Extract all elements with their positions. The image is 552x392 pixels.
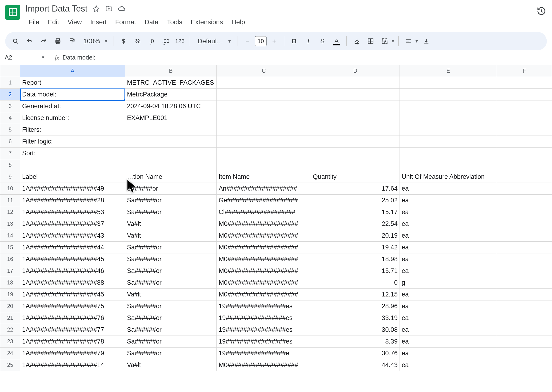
- row-header-11[interactable]: 11: [0, 195, 20, 206]
- more-formats-button[interactable]: 123: [173, 35, 186, 48]
- cell-A3[interactable]: Generated at:: [20, 100, 125, 112]
- cell-A4[interactable]: License number:: [20, 112, 125, 124]
- cell-A11[interactable]: 1A###################28: [20, 195, 125, 206]
- cell-F25[interactable]: [497, 359, 552, 371]
- cell-C10[interactable]: An####################: [217, 183, 311, 195]
- cell-B23[interactable]: Sa######or: [125, 336, 217, 348]
- cell-A12[interactable]: 1A###################53: [20, 206, 125, 218]
- row-header-12[interactable]: 12: [0, 206, 20, 218]
- star-icon[interactable]: [92, 5, 100, 13]
- row-header-17[interactable]: 17: [0, 265, 20, 277]
- cell-D14[interactable]: 20.19: [311, 230, 399, 242]
- cell-B8[interactable]: [125, 159, 217, 171]
- row-header-8[interactable]: 8: [0, 159, 20, 171]
- cell-F20[interactable]: [497, 301, 552, 312]
- column-header-A[interactable]: A: [20, 65, 125, 77]
- document-title[interactable]: Import Data Test: [25, 4, 87, 14]
- row-header-22[interactable]: 22: [0, 324, 20, 336]
- row-header-25[interactable]: 25: [0, 359, 20, 371]
- cell-D13[interactable]: 22.54: [311, 218, 399, 230]
- selection-handle[interactable]: [124, 99, 125, 100]
- column-header-E[interactable]: E: [399, 65, 497, 77]
- cell-E8[interactable]: [399, 159, 497, 171]
- cell-E18[interactable]: g: [399, 277, 497, 289]
- cell-F10[interactable]: [497, 183, 552, 195]
- cell-C21[interactable]: 19#################es: [217, 312, 311, 324]
- cell-D4[interactable]: [311, 112, 399, 124]
- row-header-1[interactable]: 1: [0, 77, 20, 89]
- cell-C15[interactable]: M0####################: [217, 242, 311, 253]
- cell-F21[interactable]: [497, 312, 552, 324]
- row-header-14[interactable]: 14: [0, 230, 20, 242]
- cell-F18[interactable]: [497, 277, 552, 289]
- cell-C6[interactable]: [217, 136, 311, 147]
- merge-cells-button[interactable]: [378, 35, 391, 48]
- row-header-13[interactable]: 13: [0, 218, 20, 230]
- cell-B22[interactable]: Sa######or: [125, 324, 217, 336]
- cell-F8[interactable]: [497, 159, 552, 171]
- cell-C20[interactable]: 19#################es: [217, 301, 311, 312]
- move-folder-icon[interactable]: [105, 5, 113, 13]
- cell-F16[interactable]: [497, 253, 552, 265]
- cell-E24[interactable]: ea: [399, 348, 497, 359]
- menu-format[interactable]: Format: [112, 17, 140, 27]
- cell-E19[interactable]: ea: [399, 289, 497, 301]
- cell-F15[interactable]: [497, 242, 552, 253]
- undo-icon[interactable]: [23, 35, 36, 48]
- cell-A18[interactable]: 1A###################88: [20, 277, 125, 289]
- column-header-C[interactable]: C: [217, 65, 311, 77]
- cell-C23[interactable]: 19#################es: [217, 336, 311, 348]
- cell-D9[interactable]: Quantity: [311, 171, 399, 183]
- row-header-4[interactable]: 4: [0, 112, 20, 124]
- cell-E20[interactable]: ea: [399, 301, 497, 312]
- cell-F3[interactable]: [497, 100, 552, 112]
- cell-B11[interactable]: Sa######or: [125, 195, 217, 206]
- cell-E6[interactable]: [399, 136, 497, 147]
- cell-E10[interactable]: ea: [399, 183, 497, 195]
- cell-F24[interactable]: [497, 348, 552, 359]
- cell-B18[interactable]: Sa######or: [125, 277, 217, 289]
- row-header-3[interactable]: 3: [0, 100, 20, 112]
- cell-F19[interactable]: [497, 289, 552, 301]
- select-all-corner[interactable]: [0, 65, 20, 77]
- cell-F11[interactable]: [497, 195, 552, 206]
- font-size-input[interactable]: 10: [255, 36, 267, 46]
- font-family-select[interactable]: Defaul… ▼: [193, 37, 234, 45]
- row-header-21[interactable]: 21: [0, 312, 20, 324]
- cell-E2[interactable]: [399, 89, 497, 100]
- menu-extensions[interactable]: Extensions: [188, 17, 226, 27]
- cell-D11[interactable]: 25.02: [311, 195, 399, 206]
- chevron-down-icon[interactable]: ▼: [391, 39, 395, 44]
- row-header-19[interactable]: 19: [0, 289, 20, 301]
- cell-B5[interactable]: [125, 124, 217, 136]
- cell-A1[interactable]: Report:: [20, 77, 125, 89]
- row-header-6[interactable]: 6: [0, 136, 20, 147]
- cell-F9[interactable]: [497, 171, 552, 183]
- cell-F23[interactable]: [497, 336, 552, 348]
- grid[interactable]: ABCDEF 1Report:METRC_ACTIVE_PACKAGES2Dat…: [0, 65, 552, 371]
- cell-B25[interactable]: Va#lt: [125, 359, 217, 371]
- zoom-select[interactable]: 100% ▼: [79, 37, 110, 45]
- increase-font-button[interactable]: +: [267, 35, 281, 48]
- cell-E23[interactable]: ea: [399, 336, 497, 348]
- cell-A6[interactable]: Filter logic:: [20, 136, 125, 147]
- cell-F5[interactable]: [497, 124, 552, 136]
- cell-E21[interactable]: ea: [399, 312, 497, 324]
- cell-F1[interactable]: [497, 77, 552, 89]
- cell-E15[interactable]: ea: [399, 242, 497, 253]
- cell-A19[interactable]: 1A###################45: [20, 289, 125, 301]
- cell-C4[interactable]: [217, 112, 311, 124]
- cell-D6[interactable]: [311, 136, 399, 147]
- format-percent-button[interactable]: %: [131, 35, 144, 48]
- cell-B9[interactable]: …tion Name: [125, 171, 217, 183]
- cell-B14[interactable]: Va#lt: [125, 230, 217, 242]
- cell-D18[interactable]: 0: [311, 277, 399, 289]
- cell-A2[interactable]: Data model:: [20, 89, 125, 100]
- row-header-24[interactable]: 24: [0, 348, 20, 359]
- paint-format-icon[interactable]: [65, 35, 79, 48]
- column-header-D[interactable]: D: [311, 65, 399, 77]
- column-header-F[interactable]: F: [497, 65, 552, 77]
- cell-D23[interactable]: 8.39: [311, 336, 399, 348]
- cell-B19[interactable]: Va#lt: [125, 289, 217, 301]
- row-header-9[interactable]: 9: [0, 171, 20, 183]
